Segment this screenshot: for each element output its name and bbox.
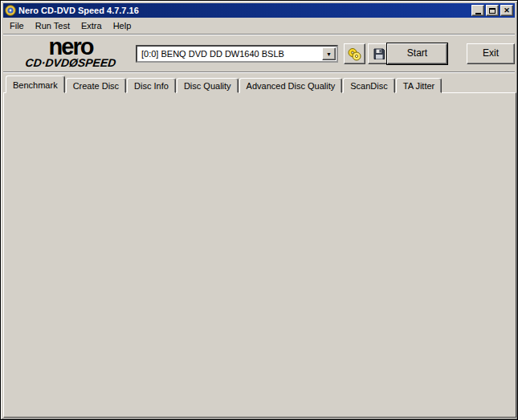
- eject-discs-button[interactable]: [344, 43, 365, 64]
- tab-create-disc[interactable]: Create Disc: [66, 78, 126, 93]
- close-icon: ✕: [504, 7, 510, 14]
- maximize-button[interactable]: [486, 5, 499, 16]
- toolbar-separator: [3, 71, 515, 73]
- menu-file[interactable]: File: [4, 19, 30, 33]
- tab-advanced-disc-quality[interactable]: Advanced Disc Quality: [239, 78, 343, 93]
- close-button[interactable]: ✕: [500, 5, 513, 16]
- menu-bar: File Run Test Extra Help: [4, 19, 514, 33]
- tab-ta-jitter[interactable]: TA Jitter: [396, 78, 443, 93]
- nero-logo-text: nero: [10, 37, 131, 56]
- save-button[interactable]: [368, 43, 390, 64]
- cd-dvd-speed-logo-text: CD·DVDØSPEED: [10, 56, 132, 69]
- drive-select-dropdown-button[interactable]: ▼: [322, 47, 336, 60]
- chevron-down-icon: ▼: [326, 51, 332, 57]
- app-disc-icon: [5, 5, 16, 16]
- app-window: Nero CD-DVD Speed 4.7.7.16 ✕ File Run Te…: [0, 0, 518, 420]
- yellow-discs-icon: [347, 47, 362, 62]
- tab-disc-quality[interactable]: Disc Quality: [177, 78, 239, 93]
- tab-disc-info[interactable]: Disc Info: [127, 78, 176, 93]
- start-button[interactable]: Start: [387, 43, 447, 64]
- minimize-icon: [475, 13, 481, 14]
- drive-select-value: [0:0] BENQ DVD DD DW1640 BSLB: [137, 49, 321, 59]
- maximize-icon: [489, 8, 496, 14]
- menu-run-test[interactable]: Run Test: [30, 19, 75, 33]
- floppy-save-icon: [373, 47, 385, 60]
- benchmark-tab-page: [3, 92, 516, 418]
- menu-help[interactable]: Help: [108, 19, 137, 33]
- exit-button[interactable]: Exit: [467, 43, 515, 64]
- menu-extra[interactable]: Extra: [75, 19, 108, 33]
- tab-benchmark[interactable]: Benchmark: [6, 75, 65, 93]
- tab-strip: Benchmark Create Disc Disc Info Disc Qua…: [6, 75, 443, 93]
- window-title: Nero CD-DVD Speed 4.7.7.16: [18, 6, 470, 15]
- nero-logo: nero CD·DVDØSPEED: [10, 37, 131, 69]
- title-bar: Nero CD-DVD Speed 4.7.7.16 ✕: [3, 3, 515, 18]
- drive-select[interactable]: [0:0] BENQ DVD DD DW1640 BSLB ▼: [136, 45, 338, 63]
- minimize-button[interactable]: [471, 5, 484, 16]
- tab-scandisc[interactable]: ScanDisc: [343, 78, 394, 93]
